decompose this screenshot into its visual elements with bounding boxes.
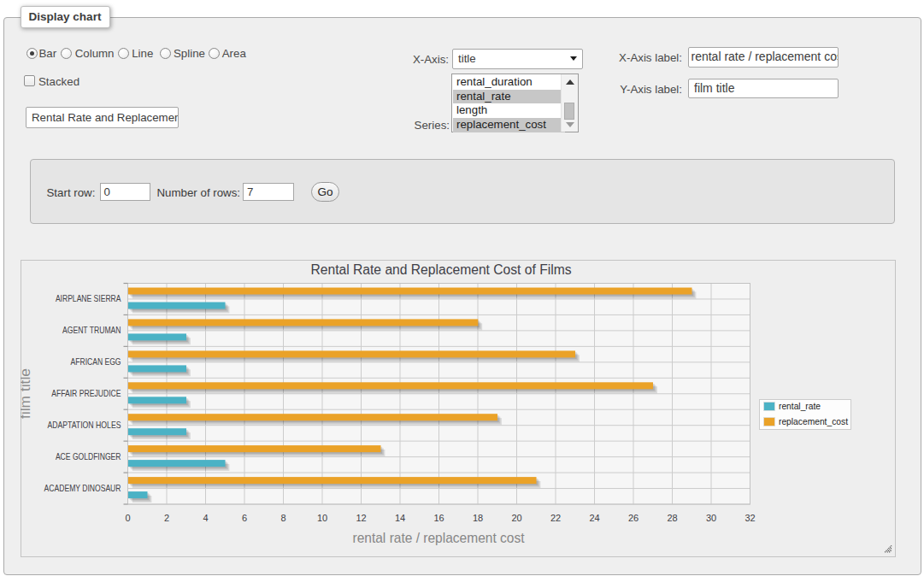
svg-text:8: 8 [280, 513, 285, 523]
svg-text:22: 22 [550, 513, 561, 523]
svg-text:ACADEMY DINOSAUR: ACADEMY DINOSAUR [44, 483, 121, 493]
svg-text:28: 28 [667, 513, 677, 523]
svg-text:rental rate / replacement cost: rental rate / replacement cost [353, 530, 525, 546]
svg-text:Rental Rate and Replacement Co: Rental Rate and Replacement Cost of Film… [311, 262, 572, 277]
svg-text:20: 20 [511, 513, 521, 523]
svg-text:film title: film title [21, 368, 33, 419]
svg-text:2: 2 [164, 513, 169, 523]
svg-text:ACE GOLDFINGER: ACE GOLDFINGER [56, 451, 121, 461]
svg-text:14: 14 [395, 513, 405, 523]
svg-text:AGENT TRUMAN: AGENT TRUMAN [62, 325, 121, 335]
svg-text:30: 30 [706, 513, 716, 523]
svg-text:10: 10 [317, 513, 327, 523]
svg-text:0: 0 [125, 513, 130, 523]
svg-text:4: 4 [203, 513, 208, 523]
svg-text:rental_rate: rental_rate [779, 401, 821, 411]
svg-text:ADAPTATION HOLES: ADAPTATION HOLES [47, 420, 121, 430]
svg-text:AFFAIR PREJUDICE: AFFAIR PREJUDICE [51, 388, 121, 398]
svg-text:18: 18 [473, 513, 483, 523]
svg-text:AFRICAN EGG: AFRICAN EGG [71, 356, 121, 367]
svg-text:32: 32 [744, 513, 755, 523]
svg-text:6: 6 [242, 513, 247, 523]
svg-text:12: 12 [356, 513, 366, 523]
svg-text:replacement_cost: replacement_cost [779, 416, 848, 426]
svg-text:16: 16 [433, 513, 444, 523]
svg-text:26: 26 [628, 513, 639, 523]
svg-text:24: 24 [589, 513, 599, 523]
svg-text:AIRPLANE SIERRA: AIRPLANE SIERRA [56, 293, 121, 303]
